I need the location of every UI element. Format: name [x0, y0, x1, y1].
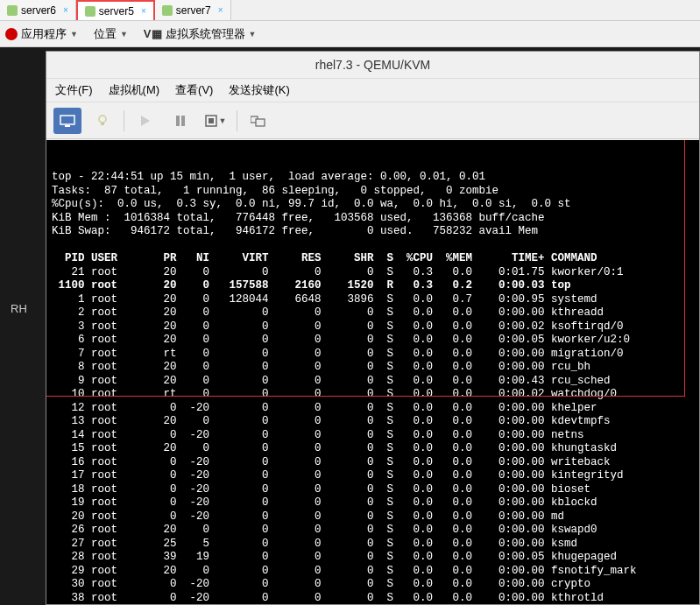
top-summary-line3: %Cpu(s): 0.0 us, 0.3 sy, 0.0 ni, 99.7 id… — [52, 198, 571, 210]
window-title: rhel7.3 - QEMU/KVM — [46, 52, 699, 78]
monitor-icon — [60, 115, 75, 127]
vmm-menu[interactable]: V▦ 虚拟系统管理器 ▼ — [144, 26, 257, 42]
location-label: 位置 — [94, 26, 117, 42]
top-summary-line5: KiB Swap: 946172 total, 946172 free, 0 u… — [52, 225, 538, 237]
play-icon — [140, 115, 151, 127]
svg-rect-1 — [65, 125, 70, 127]
applications-menu[interactable]: 应用程序 ▼ — [5, 26, 78, 42]
tab-server6[interactable]: server6 × — [0, 0, 76, 20]
menu-file[interactable]: 文件(F) — [55, 82, 93, 98]
menu-sendkey[interactable]: 发送按键(K) — [229, 82, 289, 98]
top-summary-line4: KiB Mem : 1016384 total, 776448 free, 10… — [52, 212, 545, 224]
svg-rect-5 — [176, 116, 180, 126]
server-icon — [7, 5, 18, 16]
menu-vm[interactable]: 虚拟机(M) — [109, 82, 160, 98]
tab-server7[interactable]: server7 × — [155, 0, 231, 20]
separator — [237, 110, 237, 131]
fullscreen-button[interactable] — [244, 108, 272, 134]
rh-background-label: RH — [11, 302, 27, 315]
tab-label: server5 — [99, 5, 134, 18]
close-icon[interactable]: × — [141, 6, 146, 16]
server-icon — [85, 6, 95, 17]
close-icon[interactable]: × — [218, 5, 223, 15]
close-icon[interactable]: × — [63, 5, 68, 15]
svg-rect-10 — [256, 119, 265, 126]
redhat-icon — [5, 28, 18, 40]
menu-view[interactable]: 查看(V) — [175, 82, 213, 98]
chevron-down-icon: ▼ — [120, 30, 128, 39]
process-table: PID USER PR NI VIRT RES SHR S %CPU %MEM … — [52, 252, 637, 604]
svg-rect-8 — [209, 118, 214, 123]
gnome-top-bar: 应用程序 ▼ 位置 ▼ V▦ 虚拟系统管理器 ▼ — [0, 21, 700, 47]
separator — [124, 110, 124, 131]
lightbulb-icon — [95, 114, 110, 128]
details-button[interactable] — [88, 108, 117, 134]
run-button[interactable] — [131, 108, 159, 134]
apps-label: 应用程序 — [21, 26, 67, 42]
tab-label: server6 — [21, 4, 56, 17]
vm-window: rhel7.3 - QEMU/KVM 文件(F) 虚拟机(M) 查看(V) 发送… — [46, 51, 700, 605]
stop-icon — [205, 115, 217, 127]
pause-icon — [175, 115, 186, 127]
svg-point-2 — [99, 116, 106, 123]
chevron-down-icon: ▼ — [219, 116, 227, 125]
chevron-down-icon: ▼ — [70, 30, 78, 39]
svg-rect-0 — [60, 116, 74, 124]
fullscreen-icon — [251, 115, 266, 127]
editor-tabs: server6 × server5 × server7 × — [0, 0, 700, 21]
pause-button[interactable] — [166, 108, 194, 134]
svg-rect-6 — [181, 116, 185, 126]
svg-marker-4 — [141, 116, 150, 126]
chevron-down-icon: ▼ — [249, 30, 257, 39]
tab-label: server7 — [176, 4, 211, 17]
vm-menu-bar: 文件(F) 虚拟机(M) 查看(V) 发送按键(K) — [46, 78, 699, 102]
top-summary-line2: Tasks: 87 total, 1 running, 86 sleeping,… — [52, 185, 498, 197]
svg-rect-3 — [101, 123, 104, 125]
console-button[interactable] — [53, 108, 81, 134]
terminal-output[interactable]: top - 22:44:51 up 15 min, 1 user, load a… — [46, 140, 699, 604]
top-summary-line1: top - 22:44:51 up 15 min, 1 user, load a… — [52, 171, 485, 183]
vmm-label: 虚拟系统管理器 — [166, 26, 245, 42]
tab-server5[interactable]: server5 × — [76, 0, 155, 20]
server-icon — [162, 5, 173, 16]
shutdown-button[interactable]: ▼ — [202, 108, 230, 134]
places-menu[interactable]: 位置 ▼ — [94, 26, 128, 42]
vmm-icon: V▦ — [144, 27, 162, 40]
vm-toolbar: ▼ — [46, 102, 699, 139]
